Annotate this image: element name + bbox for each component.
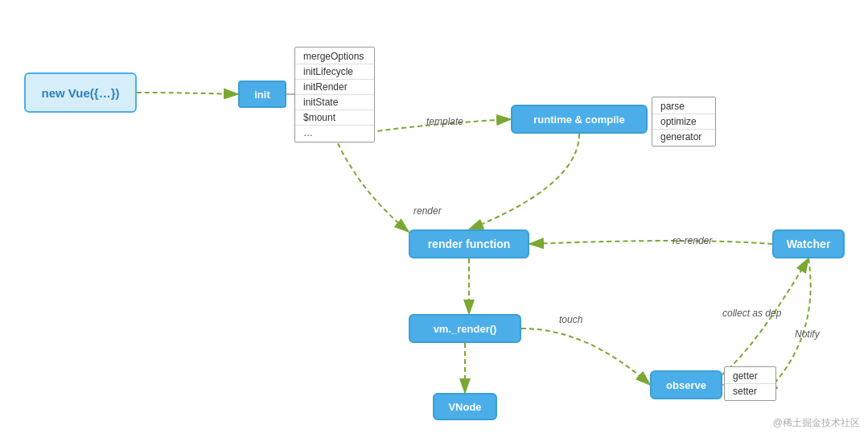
- collect-as-dep-label: collect as dep: [722, 308, 781, 319]
- re-render-label: re-render: [673, 235, 712, 246]
- watermark: @稀土掘金技术社区: [773, 416, 860, 430]
- init-list-item: initState: [295, 95, 374, 110]
- init-list-item: $mount: [295, 110, 374, 126]
- notify-label: Notify: [795, 328, 820, 340]
- new-vue-node: new Vue({…}): [24, 72, 137, 113]
- init-list-item: mergeOptions: [295, 49, 374, 64]
- init-list-item: …: [295, 126, 374, 140]
- render-label: render: [413, 205, 442, 217]
- vm-render-node: vm._render(): [409, 314, 521, 343]
- compile-list-item: parse: [652, 99, 715, 114]
- compile-list-item: generator: [652, 130, 715, 144]
- init-list-item: initLifecycle: [295, 64, 374, 80]
- init-node: init: [238, 81, 286, 108]
- observe-node: observe: [650, 370, 722, 399]
- compile-list: parse optimize generator: [652, 97, 716, 147]
- observe-list: getter setter: [724, 366, 776, 401]
- runtime-compile-node: runtime & compile: [511, 105, 648, 134]
- render-function-node: render function: [409, 229, 529, 258]
- init-list: mergeOptions initLifecycle initRender in…: [294, 47, 375, 143]
- diagram-container: new Vue({…}) init mergeOptions initLifec…: [0, 0, 868, 438]
- compile-list-item: optimize: [652, 114, 715, 130]
- observe-list-item: getter: [725, 369, 775, 384]
- vnode-node: VNode: [433, 393, 497, 420]
- observe-list-item: setter: [725, 384, 775, 399]
- touch-label: touch: [559, 314, 582, 325]
- init-list-item: initRender: [295, 80, 374, 95]
- template-label: template: [426, 116, 463, 127]
- watcher-node: Watcher: [772, 229, 845, 258]
